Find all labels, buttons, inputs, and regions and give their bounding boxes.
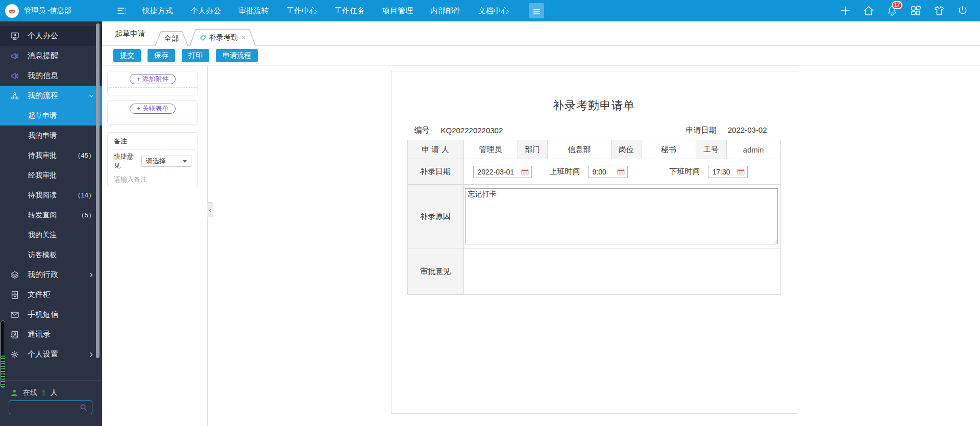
note-title: 备注: [114, 137, 191, 146]
sidebar-item-draft-apply[interactable]: 起草申请: [0, 106, 102, 126]
nav-item-internal-mail[interactable]: 内部邮件: [422, 0, 470, 21]
table-row: 补录日期 2022-03-01 上班时间 9:00: [407, 159, 780, 185]
chevron-down-icon: [183, 160, 187, 163]
theme-button[interactable]: [933, 5, 945, 17]
linked-form-box: + 关联表单: [107, 101, 198, 125]
apply-date-value: 2022-03-02: [728, 126, 767, 135]
plus-icon: [839, 5, 851, 17]
item-count-badge: （14）: [75, 191, 95, 200]
tab-makeup-attendance[interactable]: 补录考勤 ×: [189, 29, 256, 46]
link-form-button[interactable]: + 关联表单: [130, 104, 175, 114]
sidebar-item-my-follow[interactable]: 我的关注: [0, 225, 102, 245]
attachment-panel: + 添加附件 + 关联表单 备注 快捷意见 请选择: [102, 66, 207, 426]
add-button[interactable]: [839, 5, 851, 17]
tab-bar: 起草申请 全部 补录考勤 ×: [102, 21, 980, 46]
makeup-date-input[interactable]: 2022-03-01: [473, 166, 532, 178]
sidebar-item-label: 个人设置: [28, 349, 58, 359]
applicant-label: 申 请 人: [407, 140, 463, 159]
table-row: 申 请 人 管理员 部门 信息部 岗位 秘书 工号 admin: [407, 140, 780, 159]
sidebar-item-await-my-approval[interactable]: 待我审批（45）: [0, 145, 102, 165]
sidebar-item-label: 待我审批: [28, 151, 57, 160]
sidebar-item-approved-by-me[interactable]: 经我审批: [0, 165, 102, 185]
home-button[interactable]: [863, 5, 875, 17]
nav-item-work-task[interactable]: 工作任务: [326, 0, 374, 21]
chevron-right-icon: [88, 271, 95, 279]
reason-label: 补录原因: [407, 185, 463, 248]
notifications-button[interactable]: 17: [886, 5, 898, 17]
sidebar-item-my-flow[interactable]: 我的流程: [0, 86, 102, 106]
sidebar-menu: 个人办公消息提醒我的信息我的流程起草申请我的申请待我审批（45）经我审批待我阅读…: [0, 21, 102, 364]
note-input[interactable]: 请输入备注: [114, 175, 191, 184]
sidebar-item-personal-settings[interactable]: 个人设置: [0, 344, 102, 364]
brand: ∞ 管理员 -信息部: [0, 4, 102, 18]
sidebar-item-label: 手机短信: [28, 310, 58, 319]
nav-item-doc-center[interactable]: 文档中心: [470, 0, 518, 21]
sidebar-item-contacts[interactable]: 通讯录: [0, 324, 102, 344]
start-time-input[interactable]: 9:00: [588, 166, 628, 178]
calendar-icon[interactable]: [737, 168, 745, 176]
apply-flow-button[interactable]: 申请流程: [216, 49, 258, 62]
sidebar-item-sms[interactable]: 手机短信: [0, 305, 102, 324]
topbar-actions: 17: [839, 5, 980, 17]
home-icon: [863, 5, 875, 17]
panel-collapse-handle[interactable]: ‹: [207, 202, 213, 217]
sidebar-collapse-icon[interactable]: [116, 6, 128, 15]
logout-button[interactable]: [957, 5, 969, 17]
nav-item-approval-flow[interactable]: 审批流转: [230, 0, 278, 21]
position-label: 岗位: [611, 140, 642, 159]
nav-item-personal-office[interactable]: 个人办公: [182, 0, 230, 21]
quick-opinion-select[interactable]: 请选择: [141, 156, 192, 167]
position-value: 秘书: [642, 140, 696, 159]
calendar-icon[interactable]: [617, 168, 625, 176]
power-icon: [957, 5, 969, 17]
sidebar-scrollbar[interactable]: [96, 23, 100, 358]
number-label: 编号: [414, 126, 430, 135]
tabs: 全部 补录考勤 ×: [155, 29, 256, 46]
form-area: ‹ 补录考勤申请单 编号 KQ202220220302 申请日期 2022-03…: [207, 66, 980, 426]
apps-button[interactable]: [910, 5, 922, 17]
search-icon[interactable]: [80, 404, 87, 411]
calendar-icon[interactable]: [521, 168, 529, 176]
app-root: ∞ 管理员 -信息部 快捷方式个人办公审批流转工作中心工作任务项目管理内部邮件文…: [0, 0, 980, 426]
company-logo-icon[interactable]: ∞: [5, 4, 19, 18]
start-time-value: 9:00: [593, 168, 606, 176]
dashed-divider: [108, 87, 198, 88]
nav-item-shortcut[interactable]: 快捷方式: [134, 0, 182, 21]
dept-label: 部门: [518, 140, 547, 159]
sidebar-item-visitor-template[interactable]: 访客模板: [0, 245, 102, 265]
nav-item-work-center[interactable]: 工作中心: [278, 0, 326, 21]
nav-item-project-mgmt[interactable]: 项目管理: [374, 0, 422, 21]
sidebar-item-file-cabinet[interactable]: 文件柜: [0, 285, 102, 305]
sidebar-item-my-apply[interactable]: 我的申请: [0, 126, 102, 145]
note-box: 备注 快捷意见 请选择 请输入备注: [107, 132, 198, 187]
sidebar-item-await-my-read[interactable]: 待我阅读（14）: [0, 185, 102, 205]
sidebar-item-label: 文件柜: [28, 290, 51, 299]
sidebar-item-label: 我的行政: [28, 270, 58, 280]
sidebar-item-my-admin[interactable]: 我的行政: [0, 265, 102, 285]
sidebar-item-my-info[interactable]: 我的信息: [0, 66, 102, 86]
reason-textarea[interactable]: 忘记打卡: [465, 188, 778, 244]
save-button[interactable]: 保存: [148, 49, 175, 62]
sidebar-item-label: 待我阅读: [28, 191, 57, 200]
tab-all[interactable]: 全部: [155, 31, 188, 46]
current-user-label: 管理员 -信息部: [24, 6, 71, 15]
tab-close-icon[interactable]: ×: [242, 34, 246, 41]
left-edge-indicator[interactable]: [1, 320, 5, 388]
quick-opinion-label: 快捷意见: [114, 152, 137, 170]
sidebar-item-message-remind[interactable]: 消息提醒: [0, 46, 102, 66]
topbar-nav: 快捷方式个人办公审批流转工作中心工作任务项目管理内部邮件文档中心: [134, 0, 518, 21]
add-attachment-button[interactable]: + 添加附件: [130, 74, 175, 84]
submit-button[interactable]: 提交: [113, 49, 141, 62]
end-time-input[interactable]: 17:30: [708, 166, 748, 178]
form-meta: 编号 KQ202220220302 申请日期 2022-03-02: [414, 126, 767, 135]
chevron-right-icon: [88, 351, 95, 358]
search-input[interactable]: [9, 404, 80, 411]
print-button[interactable]: 打印: [182, 49, 209, 62]
dashed-divider: [110, 149, 195, 149]
makeup-date-label: 补录日期: [407, 159, 463, 185]
sidebar-item-forward-review[interactable]: 转发查阅（5）: [0, 205, 102, 225]
sidebar-item-label: 我的流程: [28, 91, 58, 101]
sidebar-item-personal-office[interactable]: 个人办公: [0, 26, 102, 46]
sidebar-item-label: 个人办公: [28, 31, 58, 41]
more-menu-button[interactable]: [529, 3, 544, 18]
